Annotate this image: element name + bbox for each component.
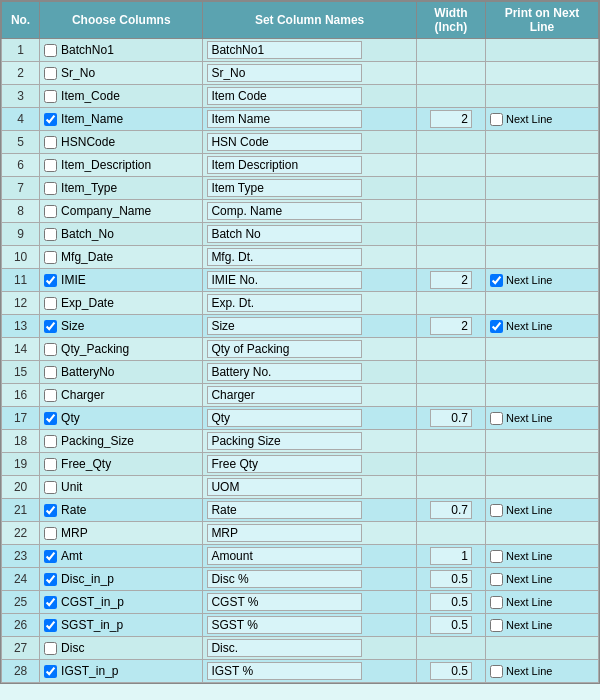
choose-column-cell[interactable]: Packing_Size	[40, 430, 203, 453]
set-column-name-cell[interactable]	[203, 39, 417, 62]
column-name-input[interactable]	[207, 662, 362, 680]
row-checkbox[interactable]	[44, 596, 57, 609]
width-input[interactable]	[430, 570, 472, 588]
choose-column-cell[interactable]: Exp_Date	[40, 292, 203, 315]
next-line-checkbox[interactable]	[490, 113, 503, 126]
set-column-name-cell[interactable]	[203, 499, 417, 522]
set-column-name-cell[interactable]	[203, 407, 417, 430]
choose-column-cell[interactable]: IGST_in_p	[40, 660, 203, 683]
row-checkbox[interactable]	[44, 642, 57, 655]
choose-column-cell[interactable]: Sr_No	[40, 62, 203, 85]
set-column-name-cell[interactable]	[203, 453, 417, 476]
set-column-name-cell[interactable]	[203, 660, 417, 683]
choose-column-cell[interactable]: Rate	[40, 499, 203, 522]
row-checkbox[interactable]	[44, 136, 57, 149]
next-line-checkbox[interactable]	[490, 596, 503, 609]
row-checkbox[interactable]	[44, 550, 57, 563]
width-input[interactable]	[430, 317, 472, 335]
column-name-input[interactable]	[207, 409, 362, 427]
row-checkbox[interactable]	[44, 44, 57, 57]
row-checkbox[interactable]	[44, 320, 57, 333]
column-name-input[interactable]	[207, 524, 362, 542]
column-name-input[interactable]	[207, 547, 362, 565]
row-checkbox[interactable]	[44, 113, 57, 126]
row-checkbox[interactable]	[44, 504, 57, 517]
column-name-input[interactable]	[207, 225, 362, 243]
width-input[interactable]	[430, 593, 472, 611]
row-checkbox[interactable]	[44, 366, 57, 379]
width-cell[interactable]	[416, 315, 485, 338]
row-checkbox[interactable]	[44, 665, 57, 678]
width-input[interactable]	[430, 110, 472, 128]
set-column-name-cell[interactable]	[203, 246, 417, 269]
column-name-input[interactable]	[207, 616, 362, 634]
set-column-name-cell[interactable]	[203, 591, 417, 614]
width-input[interactable]	[430, 409, 472, 427]
set-column-name-cell[interactable]	[203, 269, 417, 292]
row-checkbox[interactable]	[44, 527, 57, 540]
choose-column-cell[interactable]: CGST_in_p	[40, 591, 203, 614]
row-checkbox[interactable]	[44, 435, 57, 448]
set-column-name-cell[interactable]	[203, 200, 417, 223]
column-name-input[interactable]	[207, 271, 362, 289]
set-column-name-cell[interactable]	[203, 177, 417, 200]
width-cell[interactable]	[416, 614, 485, 637]
column-name-input[interactable]	[207, 501, 362, 519]
width-cell[interactable]	[416, 269, 485, 292]
row-checkbox[interactable]	[44, 67, 57, 80]
choose-column-cell[interactable]: Item_Description	[40, 154, 203, 177]
choose-column-cell[interactable]: IMIE	[40, 269, 203, 292]
set-column-name-cell[interactable]	[203, 522, 417, 545]
row-checkbox[interactable]	[44, 274, 57, 287]
set-column-name-cell[interactable]	[203, 154, 417, 177]
column-name-input[interactable]	[207, 478, 362, 496]
next-line-checkbox[interactable]	[490, 274, 503, 287]
row-checkbox[interactable]	[44, 90, 57, 103]
choose-column-cell[interactable]: Qty_Packing	[40, 338, 203, 361]
column-name-input[interactable]	[207, 248, 362, 266]
width-input[interactable]	[430, 547, 472, 565]
next-line-checkbox[interactable]	[490, 619, 503, 632]
choose-column-cell[interactable]: Mfg_Date	[40, 246, 203, 269]
width-input[interactable]	[430, 271, 472, 289]
next-line-checkbox[interactable]	[490, 320, 503, 333]
column-name-input[interactable]	[207, 294, 362, 312]
row-checkbox[interactable]	[44, 343, 57, 356]
width-cell[interactable]	[416, 660, 485, 683]
set-column-name-cell[interactable]	[203, 223, 417, 246]
column-name-input[interactable]	[207, 432, 362, 450]
set-column-name-cell[interactable]	[203, 637, 417, 660]
width-input[interactable]	[430, 662, 472, 680]
row-checkbox[interactable]	[44, 573, 57, 586]
next-line-checkbox[interactable]	[490, 504, 503, 517]
set-column-name-cell[interactable]	[203, 108, 417, 131]
row-checkbox[interactable]	[44, 619, 57, 632]
row-checkbox[interactable]	[44, 205, 57, 218]
column-name-input[interactable]	[207, 455, 362, 473]
choose-column-cell[interactable]: Disc	[40, 637, 203, 660]
width-cell[interactable]	[416, 591, 485, 614]
choose-column-cell[interactable]: Disc_in_p	[40, 568, 203, 591]
row-checkbox[interactable]	[44, 412, 57, 425]
set-column-name-cell[interactable]	[203, 131, 417, 154]
set-column-name-cell[interactable]	[203, 384, 417, 407]
next-line-checkbox[interactable]	[490, 550, 503, 563]
choose-column-cell[interactable]: Item_Name	[40, 108, 203, 131]
row-checkbox[interactable]	[44, 481, 57, 494]
set-column-name-cell[interactable]	[203, 292, 417, 315]
column-name-input[interactable]	[207, 64, 362, 82]
column-name-input[interactable]	[207, 110, 362, 128]
choose-column-cell[interactable]: Size	[40, 315, 203, 338]
choose-column-cell[interactable]: Charger	[40, 384, 203, 407]
choose-column-cell[interactable]: MRP	[40, 522, 203, 545]
set-column-name-cell[interactable]	[203, 614, 417, 637]
choose-column-cell[interactable]: Free_Qty	[40, 453, 203, 476]
row-checkbox[interactable]	[44, 389, 57, 402]
row-checkbox[interactable]	[44, 182, 57, 195]
set-column-name-cell[interactable]	[203, 62, 417, 85]
column-name-input[interactable]	[207, 156, 362, 174]
set-column-name-cell[interactable]	[203, 361, 417, 384]
column-name-input[interactable]	[207, 41, 362, 59]
set-column-name-cell[interactable]	[203, 315, 417, 338]
row-checkbox[interactable]	[44, 251, 57, 264]
